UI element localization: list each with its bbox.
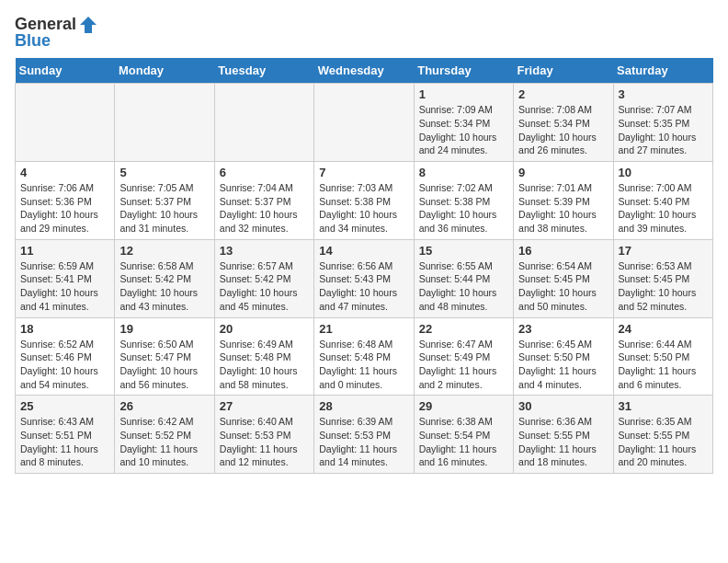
svg-marker-0 [80, 17, 97, 33]
calendar-cell [214, 84, 313, 162]
day-number: 18 [20, 322, 109, 336]
calendar-week-4: 18Sunrise: 6:52 AMSunset: 5:46 PMDayligh… [16, 317, 713, 396]
calendar-cell: 26Sunrise: 6:42 AMSunset: 5:52 PMDayligh… [115, 396, 214, 474]
day-number: 14 [319, 244, 408, 258]
logo: General Blue [15, 15, 98, 51]
day-number: 29 [419, 399, 508, 413]
calendar-header-row: SundayMondayTuesdayWednesdayThursdayFrid… [16, 58, 713, 84]
day-info: Sunrise: 7:08 AMSunset: 5:34 PMDaylight:… [518, 103, 608, 157]
calendar-cell: 2Sunrise: 7:08 AMSunset: 5:34 PMDaylight… [514, 84, 613, 162]
day-info: Sunrise: 6:55 AMSunset: 5:44 PMDaylight:… [419, 259, 508, 314]
day-number: 15 [419, 244, 508, 258]
calendar-cell: 11Sunrise: 6:59 AMSunset: 5:41 PMDayligh… [16, 239, 115, 317]
day-info: Sunrise: 6:45 AMSunset: 5:50 PMDaylight:… [518, 338, 608, 392]
calendar-cell: 14Sunrise: 6:56 AMSunset: 5:43 PMDayligh… [314, 239, 414, 317]
calendar-week-1: 1Sunrise: 7:09 AMSunset: 5:34 PMDaylight… [16, 84, 713, 162]
day-number: 22 [419, 322, 508, 336]
day-info: Sunrise: 6:44 AMSunset: 5:50 PMDaylight:… [619, 338, 708, 392]
day-number: 4 [20, 166, 109, 179]
day-info: Sunrise: 7:04 AMSunset: 5:37 PMDaylight:… [220, 181, 309, 236]
day-number: 10 [619, 166, 708, 179]
day-info: Sunrise: 6:35 AMSunset: 5:55 PMDaylight:… [619, 415, 708, 469]
day-number: 20 [220, 322, 309, 336]
day-info: Sunrise: 7:09 AMSunset: 5:34 PMDaylight:… [419, 103, 508, 157]
calendar-cell: 12Sunrise: 6:58 AMSunset: 5:42 PMDayligh… [115, 239, 214, 317]
day-number: 8 [419, 166, 508, 179]
calendar-cell: 30Sunrise: 6:36 AMSunset: 5:55 PMDayligh… [514, 396, 613, 474]
calendar-cell: 9Sunrise: 7:01 AMSunset: 5:39 PMDaylight… [514, 162, 613, 240]
calendar-week-2: 4Sunrise: 7:06 AMSunset: 5:36 PMDaylight… [16, 162, 713, 240]
day-number: 2 [518, 87, 608, 101]
weekday-header-friday: Friday [514, 58, 613, 84]
calendar-cell: 1Sunrise: 7:09 AMSunset: 5:34 PMDaylight… [414, 84, 513, 162]
day-number: 3 [619, 87, 708, 101]
day-number: 6 [220, 166, 309, 179]
day-number: 27 [220, 399, 309, 413]
calendar-table: SundayMondayTuesdayWednesdayThursdayFrid… [15, 58, 713, 474]
day-number: 9 [518, 166, 608, 179]
day-number: 17 [619, 244, 708, 258]
calendar-cell: 10Sunrise: 7:00 AMSunset: 5:40 PMDayligh… [613, 162, 712, 240]
day-info: Sunrise: 6:58 AMSunset: 5:42 PMDaylight:… [119, 259, 209, 314]
calendar-cell: 18Sunrise: 6:52 AMSunset: 5:46 PMDayligh… [16, 317, 115, 396]
day-info: Sunrise: 7:03 AMSunset: 5:38 PMDaylight:… [319, 181, 408, 236]
day-info: Sunrise: 6:56 AMSunset: 5:43 PMDaylight:… [319, 259, 408, 314]
day-number: 23 [518, 322, 608, 336]
calendar-cell: 29Sunrise: 6:38 AMSunset: 5:54 PMDayligh… [414, 396, 513, 474]
day-info: Sunrise: 7:01 AMSunset: 5:39 PMDaylight:… [518, 181, 608, 236]
day-info: Sunrise: 6:38 AMSunset: 5:54 PMDaylight:… [419, 415, 508, 469]
day-info: Sunrise: 6:50 AMSunset: 5:47 PMDaylight:… [119, 338, 209, 392]
calendar-cell: 5Sunrise: 7:05 AMSunset: 5:37 PMDaylight… [115, 162, 214, 240]
weekday-header-sunday: Sunday [16, 58, 115, 84]
day-number: 25 [20, 399, 109, 413]
day-info: Sunrise: 6:48 AMSunset: 5:48 PMDaylight:… [319, 338, 408, 392]
day-info: Sunrise: 6:54 AMSunset: 5:45 PMDaylight:… [518, 259, 608, 314]
calendar-cell [16, 84, 115, 162]
day-number: 12 [119, 244, 209, 258]
weekday-header-monday: Monday [115, 58, 214, 84]
weekday-header-wednesday: Wednesday [314, 58, 414, 84]
calendar-cell: 28Sunrise: 6:39 AMSunset: 5:53 PMDayligh… [314, 396, 414, 474]
day-info: Sunrise: 6:39 AMSunset: 5:53 PMDaylight:… [319, 415, 408, 469]
day-number: 31 [619, 399, 708, 413]
day-info: Sunrise: 7:06 AMSunset: 5:36 PMDaylight:… [20, 181, 109, 236]
calendar-week-5: 25Sunrise: 6:43 AMSunset: 5:51 PMDayligh… [16, 396, 713, 474]
page-header: General Blue [15, 15, 713, 51]
day-info: Sunrise: 6:49 AMSunset: 5:48 PMDaylight:… [220, 338, 309, 392]
calendar-cell: 22Sunrise: 6:47 AMSunset: 5:49 PMDayligh… [414, 317, 513, 396]
calendar-cell: 20Sunrise: 6:49 AMSunset: 5:48 PMDayligh… [214, 317, 313, 396]
calendar-cell: 6Sunrise: 7:04 AMSunset: 5:37 PMDaylight… [214, 162, 313, 240]
calendar-cell: 24Sunrise: 6:44 AMSunset: 5:50 PMDayligh… [613, 317, 712, 396]
calendar-cell: 7Sunrise: 7:03 AMSunset: 5:38 PMDaylight… [314, 162, 414, 240]
day-number: 13 [220, 244, 309, 258]
calendar-cell: 23Sunrise: 6:45 AMSunset: 5:50 PMDayligh… [514, 317, 613, 396]
day-info: Sunrise: 6:47 AMSunset: 5:49 PMDaylight:… [419, 338, 508, 392]
day-info: Sunrise: 6:42 AMSunset: 5:52 PMDaylight:… [119, 415, 209, 469]
day-info: Sunrise: 6:57 AMSunset: 5:42 PMDaylight:… [220, 259, 309, 314]
day-info: Sunrise: 6:43 AMSunset: 5:51 PMDaylight:… [20, 415, 109, 469]
day-number: 26 [119, 399, 209, 413]
calendar-cell [314, 84, 414, 162]
calendar-cell: 8Sunrise: 7:02 AMSunset: 5:38 PMDaylight… [414, 162, 513, 240]
calendar-cell [115, 84, 214, 162]
day-info: Sunrise: 6:36 AMSunset: 5:55 PMDaylight:… [518, 415, 608, 469]
day-number: 5 [119, 166, 209, 179]
day-info: Sunrise: 6:40 AMSunset: 5:53 PMDaylight:… [220, 415, 309, 469]
weekday-header-thursday: Thursday [414, 58, 513, 84]
calendar-cell: 15Sunrise: 6:55 AMSunset: 5:44 PMDayligh… [414, 239, 513, 317]
day-number: 30 [518, 399, 608, 413]
logo-icon [78, 15, 98, 35]
weekday-header-tuesday: Tuesday [214, 58, 313, 84]
calendar-cell: 21Sunrise: 6:48 AMSunset: 5:48 PMDayligh… [314, 317, 414, 396]
day-info: Sunrise: 7:05 AMSunset: 5:37 PMDaylight:… [119, 181, 209, 236]
calendar-cell: 31Sunrise: 6:35 AMSunset: 5:55 PMDayligh… [613, 396, 712, 474]
calendar-cell: 13Sunrise: 6:57 AMSunset: 5:42 PMDayligh… [214, 239, 313, 317]
day-info: Sunrise: 7:02 AMSunset: 5:38 PMDaylight:… [419, 181, 508, 236]
day-number: 19 [119, 322, 209, 336]
calendar-cell: 3Sunrise: 7:07 AMSunset: 5:35 PMDaylight… [613, 84, 712, 162]
day-info: Sunrise: 7:07 AMSunset: 5:35 PMDaylight:… [619, 103, 708, 157]
calendar-cell: 16Sunrise: 6:54 AMSunset: 5:45 PMDayligh… [514, 239, 613, 317]
calendar-cell: 19Sunrise: 6:50 AMSunset: 5:47 PMDayligh… [115, 317, 214, 396]
weekday-header-saturday: Saturday [613, 58, 712, 84]
day-number: 28 [319, 399, 408, 413]
